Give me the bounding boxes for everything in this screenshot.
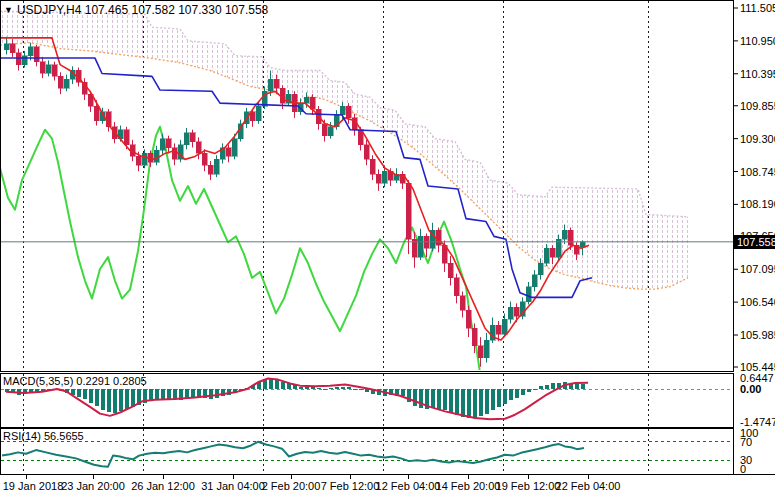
time-label: 7 Feb 12:00 xyxy=(321,480,380,492)
chart-window: 111.505110.950110.395109.855109.300108.7… xyxy=(0,0,775,497)
time-label: 31 Jan 04:00 xyxy=(201,480,265,492)
current-price-badge: 107.558 xyxy=(734,235,775,249)
time-label: 26 Jan 12:00 xyxy=(131,480,195,492)
time-label: 12 Feb 04:00 xyxy=(376,480,441,492)
chart-menu-triangle[interactable]: ▼ xyxy=(4,5,13,15)
rsi-indicator-label: RSI(14) 56.5655 xyxy=(3,430,84,442)
price-tick-label: 105.985 xyxy=(740,329,775,341)
chart-title-row: ▼USDJPY,H4 107.465 107.582 107.330 107.5… xyxy=(4,3,268,17)
time-label: 22 Feb 04:00 xyxy=(556,480,621,492)
price-tick-label: 110.950 xyxy=(740,35,775,47)
time-label: 23 Jan 20:00 xyxy=(61,480,125,492)
time-label: 2 Feb 20:00 xyxy=(262,480,321,492)
price-tick-label: 108.745 xyxy=(740,166,775,178)
rsi-layer xyxy=(1,442,733,467)
time-label: 19 Jan 2018 xyxy=(3,480,64,492)
macd-values: 0.2291 0.2805 xyxy=(76,375,146,387)
chart-canvas[interactable]: 111.505110.950110.395109.855109.300108.7… xyxy=(0,0,775,497)
symbol-period-label: USDJPY,H4 xyxy=(17,3,81,17)
rsi-name: RSI(14) xyxy=(3,430,41,442)
price-tick-label: 106.540 xyxy=(740,296,775,308)
price-tick-label: 109.855 xyxy=(740,100,775,112)
price-tick-label: 107.095 xyxy=(740,263,775,275)
macd-indicator-label: MACD(5,35,5) 0.2291 0.2805 xyxy=(3,375,147,387)
ohlc-values-label: 107.465 107.582 107.330 107.558 xyxy=(85,3,269,17)
rsi-axis-label: 0 xyxy=(740,463,746,475)
price-tick-label: 110.395 xyxy=(740,68,775,80)
time-label: 19 Feb 12:00 xyxy=(496,480,561,492)
time-label: 14 Feb 20:00 xyxy=(436,480,501,492)
price-tick-label: 109.300 xyxy=(740,133,775,145)
price-tick-label: 111.505 xyxy=(740,2,775,14)
price-tick-label: 108.190 xyxy=(740,198,775,210)
time-axis-ticks xyxy=(27,475,589,479)
rsi-axis-label: 70 xyxy=(740,436,752,448)
macd-name: MACD(5,35,5) xyxy=(3,375,73,387)
rsi-value: 56.5655 xyxy=(44,430,84,442)
macd-axis-label: 0.00 xyxy=(740,383,761,395)
